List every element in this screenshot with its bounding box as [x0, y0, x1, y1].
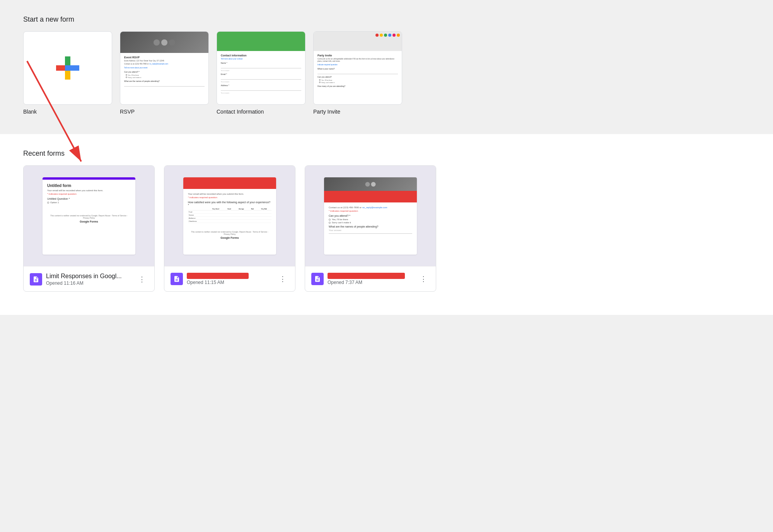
form-card-opened-2: Opened 11:15 AM — [187, 280, 273, 285]
form-preview-1: Untitled form Your email will be recorde… — [24, 166, 154, 266]
form-preview-bar-2 — [183, 177, 276, 189]
template-label-contact: Contact Information — [217, 109, 264, 115]
contact-header-img — [217, 32, 305, 51]
form-card-footer-2: Opened 11:15 AM ⋮ — [164, 266, 295, 291]
form-card-title-1: Limit Responses in Googl... — [46, 273, 132, 280]
template-label-rsvp: RSVP — [120, 109, 135, 115]
template-label-party: Party Invite — [313, 109, 340, 115]
template-card-contact[interactable]: Contact information Tell more about your… — [217, 31, 305, 105]
form-icon-2 — [171, 273, 183, 285]
rsvp-header-image — [120, 32, 208, 53]
form-card-3[interactable]: Contact us at (123) 456-7890 or no_reply… — [305, 165, 436, 292]
form-card-meta-2: Opened 11:15 AM — [187, 273, 273, 285]
form-card-2[interactable]: Your email will be recorded when you sub… — [164, 165, 295, 292]
form-card-footer-3: Opened 7:37 AM ⋮ — [305, 266, 436, 291]
forms-icon-3 — [314, 275, 321, 282]
template-item-contact[interactable]: Contact information Tell more about your… — [217, 31, 305, 115]
party-header-img — [314, 32, 402, 51]
template-card-rsvp[interactable]: Event RSVP Event Address: 123 Your Stree… — [120, 31, 209, 105]
form-icon-3 — [311, 273, 324, 285]
template-item-party[interactable]: Party Invite Come join us for an unforge… — [313, 31, 402, 115]
form-preview-inner-3: Contact us at (123) 456-7890 or no_reply… — [324, 177, 417, 255]
more-button-3[interactable]: ⋮ — [417, 273, 430, 285]
templates-section: Start a new form Blank — [0, 0, 773, 134]
form-card-title-2 — [187, 273, 273, 279]
form-preview-inner-2: Your email will be recorded when you sub… — [183, 177, 276, 255]
form-card-1[interactable]: Untitled form Your email will be recorde… — [23, 165, 155, 292]
template-label-blank: Blank — [23, 109, 37, 115]
template-item-blank[interactable]: Blank — [23, 31, 112, 115]
form-preview-bar-3 — [324, 191, 417, 202]
recent-grid: Untitled form Your email will be recorde… — [23, 165, 750, 292]
forms-icon-2 — [173, 275, 180, 282]
recent-forms-title: Recent forms — [23, 150, 750, 158]
form-card-title-3 — [328, 273, 413, 279]
more-button-2[interactable]: ⋮ — [276, 273, 289, 285]
svg-rect-2 — [56, 65, 65, 71]
google-plus-icon — [54, 54, 81, 82]
recent-section: Recent forms Untitled form Your — [0, 134, 773, 315]
form-card-footer-1: Limit Responses in Googl... Opened 11:16… — [24, 266, 154, 291]
form-card-opened-3: Opened 7:37 AM — [328, 280, 413, 285]
svg-rect-3 — [65, 71, 70, 80]
template-grid: Blank Event RSVP Event Addres — [23, 31, 750, 115]
form-card-meta-1: Limit Responses in Googl... Opened 11:16… — [46, 273, 132, 286]
rsvp-photo-preview — [324, 177, 417, 191]
form-icon-1 — [30, 273, 42, 286]
form-preview-title-1: Untitled form — [47, 184, 131, 188]
form-card-meta-3: Opened 7:37 AM — [328, 273, 413, 285]
form-preview-3: Contact us at (123) 456-7890 or no_reply… — [305, 166, 436, 266]
template-card-party[interactable]: Party Invite Come join us for an unforge… — [313, 31, 402, 105]
form-preview-2: Your email will be recorded when you sub… — [164, 166, 295, 266]
forms-icon-1 — [32, 276, 39, 283]
template-item-rsvp[interactable]: Event RSVP Event Address: 123 Your Stree… — [120, 31, 209, 115]
more-button-1[interactable]: ⋮ — [136, 273, 148, 286]
form-card-opened-1: Opened 11:16 AM — [46, 280, 132, 286]
start-new-form-title: Start a new form — [23, 15, 750, 24]
form-preview-inner-1: Untitled form Your email will be recorde… — [43, 177, 135, 255]
template-card-blank[interactable] — [23, 31, 112, 105]
